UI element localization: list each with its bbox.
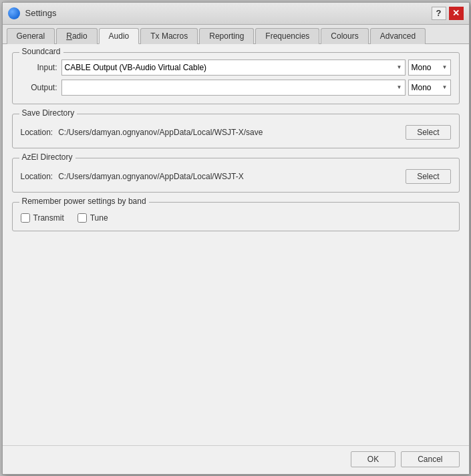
tab-reporting[interactable]: Reporting: [199, 28, 254, 44]
output-combo-row: Mono Stereo: [61, 80, 451, 96]
title-bar-left: Settings: [8, 7, 57, 19]
content-area: Soundcard Input: CABLE Output (VB-Audio …: [3, 44, 469, 445]
azel-directory-label: AzEl Directory: [19, 152, 75, 162]
save-location-label: Location:: [21, 128, 53, 137]
input-row: Input: CABLE Output (VB-Audio Virtual Ca…: [21, 60, 451, 76]
tab-general[interactable]: General: [7, 28, 55, 44]
tab-advanced[interactable]: Advanced: [370, 28, 426, 44]
settings-dialog: Settings ? ✕ General Radio Audio Tx Macr…: [2, 2, 470, 475]
output-device-select[interactable]: [61, 80, 406, 96]
tab-frequencies[interactable]: Frequencies: [255, 28, 319, 44]
azel-directory-group: AzEl Directory Location: C:/Users/damyan…: [12, 158, 460, 193]
output-device-wrapper: [61, 80, 406, 96]
help-button[interactable]: ?: [432, 7, 446, 20]
dialog-title: Settings: [25, 8, 57, 18]
output-row: Output: Mono Stereo: [21, 80, 451, 96]
azel-select-button[interactable]: Select: [406, 169, 450, 184]
azel-location-label: Location:: [21, 172, 53, 181]
transmit-checkbox-item[interactable]: Transmit: [21, 213, 64, 223]
azel-location-value: C:/Users/damyan.ognyanov/AppData/Local/W…: [58, 172, 400, 181]
tab-audio[interactable]: Audio: [99, 28, 140, 44]
cancel-button[interactable]: Cancel: [401, 451, 459, 467]
title-bar-controls: ? ✕: [432, 7, 464, 20]
output-channel-select[interactable]: Mono Stereo: [408, 80, 451, 96]
soundcard-group-label: Soundcard: [19, 47, 63, 56]
app-icon: [8, 7, 20, 19]
output-channel-wrapper: Mono Stereo: [408, 80, 451, 96]
close-button[interactable]: ✕: [449, 7, 464, 20]
input-device-select[interactable]: CABLE Output (VB-Audio Virtual Cable): [61, 60, 406, 76]
power-settings-label: Remember power settings by band: [19, 197, 149, 206]
transmit-label: Transmit: [33, 213, 64, 223]
input-label: Input:: [21, 63, 57, 72]
tab-colours[interactable]: Colours: [321, 28, 368, 44]
save-location-value: C:/Users/damyan.ognyanov/AppData/Local/W…: [58, 128, 400, 137]
save-select-button[interactable]: Select: [406, 125, 450, 140]
input-device-wrapper: CABLE Output (VB-Audio Virtual Cable): [61, 60, 406, 76]
ok-button[interactable]: OK: [351, 451, 396, 467]
soundcard-group: Soundcard Input: CABLE Output (VB-Audio …: [12, 52, 460, 104]
tune-checkbox-item[interactable]: Tune: [77, 213, 108, 223]
tab-tx-macros[interactable]: Tx Macros: [140, 28, 198, 44]
save-directory-label: Save Directory: [19, 108, 77, 118]
dialog-footer: OK Cancel: [3, 445, 469, 474]
save-location-row: Location: C:/Users/damyan.ognyanov/AppDa…: [21, 125, 451, 140]
tab-bar: General Radio Audio Tx Macros Reporting …: [3, 25, 469, 44]
power-settings-group: Remember power settings by band Transmit…: [12, 202, 460, 231]
tune-label: Tune: [90, 213, 108, 223]
title-bar: Settings ? ✕: [3, 3, 469, 25]
save-directory-group: Save Directory Location: C:/Users/damyan…: [12, 114, 460, 148]
tune-checkbox[interactable]: [77, 213, 87, 223]
transmit-checkbox[interactable]: [21, 213, 30, 223]
azel-location-row: Location: C:/Users/damyan.ognyanov/AppDa…: [21, 169, 451, 184]
tab-radio[interactable]: Radio: [56, 28, 97, 44]
input-combo-row: CABLE Output (VB-Audio Virtual Cable) Mo…: [61, 60, 451, 76]
input-channel-wrapper: Mono Stereo: [408, 60, 451, 76]
output-label: Output:: [21, 83, 57, 92]
input-channel-select[interactable]: Mono Stereo: [408, 60, 451, 76]
power-checkbox-row: Transmit Tune: [21, 213, 451, 223]
